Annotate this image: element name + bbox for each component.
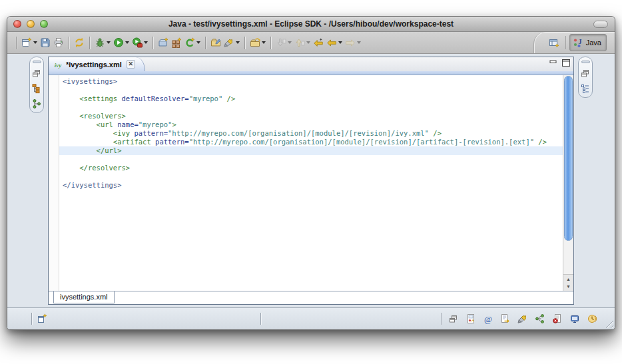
- maximize-editor-button[interactable]: [562, 59, 570, 67]
- save-button[interactable]: [39, 35, 52, 51]
- forward-button[interactable]: [344, 35, 362, 51]
- refresh-button[interactable]: [73, 35, 86, 51]
- new-class-icon: [184, 37, 195, 48]
- new-dropdown-arrow[interactable]: [33, 41, 37, 44]
- search-dropdown-arrow[interactable]: [236, 41, 240, 44]
- minimize-window-button[interactable]: [27, 20, 35, 28]
- back-button[interactable]: [325, 35, 344, 51]
- editor-window-controls: [549, 59, 570, 67]
- code-line[interactable]: [59, 172, 563, 181]
- view-bar-handle[interactable]: [581, 61, 590, 63]
- run-dropdown-arrow[interactable]: [125, 41, 129, 44]
- type-hierarchy-icon[interactable]: [31, 98, 42, 109]
- new-button[interactable]: [20, 35, 39, 51]
- java-perspective-button[interactable]: J Java: [569, 34, 607, 51]
- java-perspective-label: Java: [586, 39, 601, 47]
- scroll-down-button[interactable]: ▼: [566, 284, 571, 289]
- editor-tab[interactable]: ivy *ivysettings.xml ✕: [49, 57, 145, 71]
- ivy-file-icon: ivy: [53, 60, 63, 69]
- new-class-button[interactable]: [183, 35, 202, 51]
- new-fastview-icon[interactable]: [36, 313, 47, 325]
- package-explorer-icon[interactable]: [31, 83, 42, 94]
- code-line[interactable]: <settings defaultResolver="myrepo" />: [59, 94, 563, 103]
- outline-icon[interactable]: [580, 83, 591, 94]
- open-perspective-button[interactable]: [546, 35, 562, 50]
- external-tools-dropdown-arrow[interactable]: [144, 41, 148, 44]
- resize-grip[interactable]: [603, 318, 613, 328]
- javadoc-icon[interactable]: @: [482, 313, 493, 325]
- code-line[interactable]: </url>: [59, 146, 563, 155]
- vertical-scrollbar[interactable]: ▲ ▼: [563, 75, 573, 291]
- forward-dropdown-arrow[interactable]: [357, 41, 361, 44]
- console-icon[interactable]: [569, 313, 580, 325]
- restore-views-icon[interactable]: [580, 68, 591, 79]
- editor-tab-row: ivy *ivysettings.xml ✕: [49, 57, 573, 71]
- run-button[interactable]: [112, 35, 131, 51]
- prev-annotation-button[interactable]: [293, 35, 312, 51]
- prev-annotation-dropdown-arrow[interactable]: [306, 41, 310, 44]
- search-icon[interactable]: [517, 313, 528, 325]
- tab-close-button[interactable]: ✕: [127, 60, 135, 69]
- workbench-area: ivy *ivysettings.xml ✕ <ivysettings> <se…: [7, 54, 615, 307]
- code-line[interactable]: <url name="myrepo">: [59, 120, 563, 129]
- source-page-tab[interactable]: ivysettings.xml: [53, 291, 115, 303]
- restore-views-icon[interactable]: [31, 68, 42, 79]
- code-line[interactable]: </ivysettings>: [59, 181, 563, 190]
- new-class-dropdown-arrow[interactable]: [196, 41, 200, 44]
- view-bar-handle[interactable]: [33, 61, 41, 63]
- declaration-icon[interactable]: [499, 313, 511, 325]
- toolbar-separator: [205, 37, 206, 49]
- right-view-icons: [580, 68, 591, 94]
- search-button[interactable]: [222, 35, 241, 51]
- back-icon: [326, 37, 337, 48]
- debug-dropdown-arrow[interactable]: [107, 41, 111, 44]
- code-line[interactable]: [59, 155, 563, 164]
- fast-view-bar: [36, 313, 47, 325]
- scrollbar-thumb[interactable]: [564, 76, 573, 241]
- left-view-icons: [31, 68, 42, 109]
- code-line[interactable]: <ivysettings>: [59, 77, 563, 86]
- last-edit-location-button[interactable]: [312, 35, 325, 51]
- external-tools-button[interactable]: [131, 35, 149, 51]
- new-plugin-button[interactable]: [170, 35, 183, 51]
- scrollbar-arrows: ▲ ▼: [563, 274, 573, 291]
- open-resource-button[interactable]: [248, 35, 267, 51]
- last-edit-location-icon: [313, 37, 324, 48]
- run-icon: [113, 37, 124, 48]
- code-line[interactable]: </resolvers>: [59, 164, 563, 172]
- new-project-button[interactable]: [156, 35, 170, 51]
- code-line[interactable]: [59, 86, 563, 94]
- print-button[interactable]: [52, 35, 65, 51]
- annotation-ruler[interactable]: [49, 75, 59, 291]
- toolbar-separator: [153, 37, 153, 49]
- error-log-icon[interactable]: [551, 313, 563, 325]
- editor-tab-title: *ivysettings.xml: [66, 61, 122, 69]
- code-line[interactable]: [59, 103, 563, 112]
- code-lines[interactable]: <ivysettings> <settings defaultResolver=…: [59, 75, 563, 291]
- debug-icon: [95, 37, 105, 48]
- next-annotation-button[interactable]: [274, 35, 293, 51]
- close-window-button[interactable]: [13, 20, 21, 28]
- report-icon[interactable]: [465, 313, 476, 325]
- zoom-window-button[interactable]: [40, 20, 48, 28]
- window-title: Java - test/ivysettings.xml - Eclipse SD…: [7, 19, 615, 29]
- window-titlebar[interactable]: Java - test/ivysettings.xml - Eclipse SD…: [7, 17, 615, 32]
- external-tools-icon: [132, 37, 143, 48]
- dependency-graph-icon[interactable]: [534, 313, 545, 325]
- scroll-up-button[interactable]: ▲: [566, 277, 571, 281]
- code-line[interactable]: <resolvers>: [59, 112, 563, 120]
- code-line[interactable]: <ivy pattern="http://myrepo.com/[organis…: [59, 129, 563, 138]
- code-line[interactable]: <artifact pattern="http://myrepo.com/[or…: [59, 138, 563, 146]
- next-annotation-dropdown-arrow[interactable]: [288, 41, 292, 44]
- open-resource-dropdown-arrow[interactable]: [262, 41, 266, 44]
- progress-icon[interactable]: [586, 313, 597, 325]
- toolbar-toggle-button[interactable]: [593, 21, 608, 28]
- debug-button[interactable]: [93, 35, 112, 51]
- minimize-editor-button[interactable]: [549, 59, 557, 67]
- open-file-button[interactable]: [209, 35, 222, 51]
- back-dropdown-arrow[interactable]: [338, 41, 342, 44]
- new-project-icon: [158, 37, 168, 48]
- perspective-separator: [565, 36, 566, 49]
- restore-views-icon[interactable]: [448, 313, 459, 325]
- status-separator: [260, 313, 261, 325]
